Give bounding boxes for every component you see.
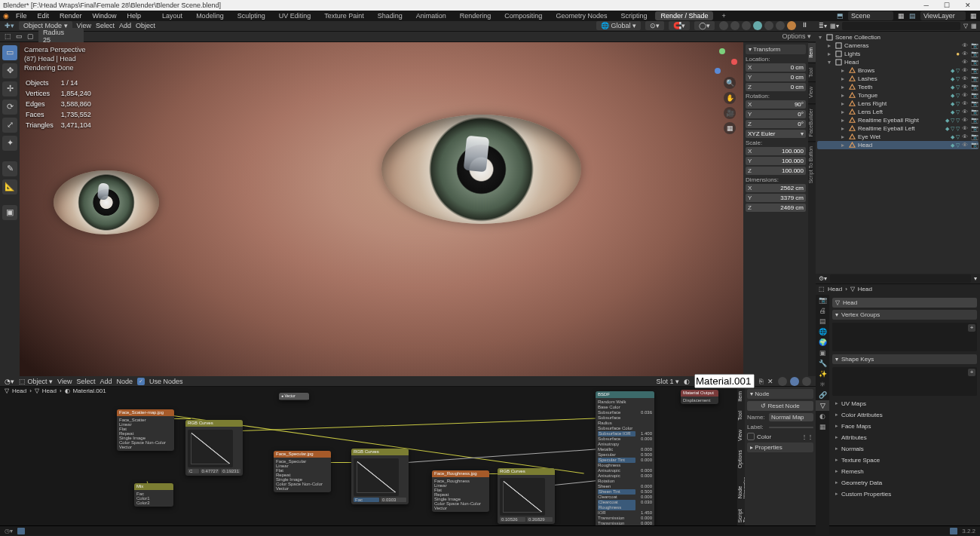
outliner-row[interactable]: ▸Tongue◆▽👁📷 [817,91,978,100]
move-tool[interactable]: ✢ [2,81,17,96]
axis-z-icon[interactable] [715,68,721,74]
uvmaps-panel[interactable]: UV Maps [832,399,977,409]
workspace-tab[interactable]: Sculpting [232,11,271,20]
node-label-field[interactable] [769,427,813,428]
node-name-field[interactable]: Normal Map [769,413,813,421]
node-tab-view[interactable]: View [737,425,745,446]
transform-header[interactable]: ▾ Transform [746,44,806,54]
npanel-tab-script[interactable]: Script To Button [808,141,816,188]
visibility-icon[interactable]: 👁 [962,75,968,82]
colorattrs-panel[interactable]: Color Attributes [832,410,977,420]
texspace-panel[interactable]: Texture Space [832,455,977,465]
props-tab-material[interactable]: ◐ [816,411,829,421]
pin-icon[interactable] [778,377,787,386]
render-icon[interactable]: 📷 [971,125,978,132]
node-tab-script[interactable]: Script To Button [737,503,745,527]
render-icon[interactable]: 📷 [971,133,978,140]
viewlayer-name-field[interactable] [920,11,966,20]
viewport-menu-object[interactable]: Object [136,22,155,29]
customprops-panel[interactable]: Custom Properties [832,489,977,499]
material-name-field[interactable] [694,374,755,388]
editor-type-icon[interactable]: ⚙▾ [819,275,827,282]
proportional-dropdown[interactable]: ◯▾ [694,21,715,30]
workspace-tab[interactable]: Texture Paint [319,11,369,20]
breadcrumb-item[interactable]: Head [858,286,872,293]
rotation-mode-dropdown[interactable]: XYZ Euler▾ [746,130,806,138]
pan-icon[interactable]: ✋ [724,92,736,104]
location-x-field[interactable]: X0 cm [746,63,806,72]
node-image-texture[interactable]: Face_Roughness.jpg Face_Roughness Linear… [432,470,489,512]
node-menu-select[interactable]: Select [76,378,95,385]
use-nodes-checkbox[interactable]: ✓ [137,378,145,385]
scene-name-field[interactable] [848,11,893,20]
curve-widget[interactable] [500,478,545,516]
shading-solid-icon[interactable] [764,21,773,30]
pivot-dropdown[interactable]: ⊙▾ [645,21,664,30]
object-name-field[interactable]: ▽ Head [832,298,977,308]
add-icon[interactable]: + [968,324,975,332]
reset-node-button[interactable]: ↺ Reset Node [747,401,813,411]
visibility-icon[interactable]: 👁 [962,133,968,140]
workspace-tab[interactable]: Shading [372,11,408,20]
location-z-field[interactable]: Z0 cm [746,83,806,91]
render-icon[interactable]: 📷 [971,75,978,82]
props-tab-world[interactable]: 🌍 [816,337,829,348]
rotate-tool[interactable]: ⟳ [2,100,17,115]
geodata-panel[interactable]: Geometry Data [832,478,977,488]
render-icon[interactable]: 📷 [971,59,978,66]
add-cube-tool[interactable]: ▣ [2,205,17,220]
node-menu-node[interactable]: Node [116,378,133,385]
new-collection-icon[interactable]: ▦ [971,23,977,29]
visibility-icon[interactable]: 👁 [962,142,968,149]
render-icon[interactable]: 📷 [971,142,978,149]
node-menu-view[interactable]: View [57,378,72,385]
render-icon[interactable]: 📷 [971,92,978,99]
outliner-row[interactable]: ▸Realtime Eyeball Right◆▽▽👁📷 [817,116,978,124]
scene-browse-icon[interactable]: ▦ [898,12,905,20]
shading-rendered-icon[interactable] [787,21,796,30]
rotation-x-field[interactable]: X90° [746,100,806,109]
viewport-menu-select[interactable]: Select [96,22,115,29]
visibility-icon[interactable]: 👁 [962,117,968,124]
outliner-row[interactable]: ▸Teeth◆▽👁📷 [817,83,978,91]
outliner-row[interactable]: ▸Lens Right◆▽👁📷 [817,100,978,108]
node-rgb-curves[interactable]: RGB Curves C0.477270.19231 [185,420,243,476]
node-tab-options[interactable]: Options [737,446,745,473]
outliner-row[interactable]: ▾Head👁📷 [817,58,978,66]
visibility-icon[interactable]: 👁 [962,84,968,90]
props-tab-constraints[interactable]: 🔗 [816,390,829,400]
nav-gizmo[interactable] [712,48,737,74]
node-image-texture[interactable]: Face_Specular.jpg Face_Specular Linear F… [274,451,331,492]
color-checkbox[interactable] [747,433,755,440]
visibility-icon[interactable]: 👁 [962,125,968,132]
properties-panel-header[interactable]: ▸ Properties [747,443,813,452]
attributes-panel[interactable]: Attributes [832,433,977,443]
node-menu-add[interactable]: Add [100,378,112,385]
workspace-tab[interactable]: Rendering [455,11,497,20]
shading-pause-icon[interactable]: ⏸ [798,21,811,30]
render-icon[interactable]: 📷 [971,117,978,124]
snap-dropdown[interactable]: 🧲▾ [669,21,690,30]
drag-tool-icon[interactable]: ⬚ [5,32,11,40]
visibility-icon[interactable]: 👁 [962,92,968,99]
scale-y-field[interactable]: Y100.000 [746,157,806,165]
facemaps-panel[interactable]: Face Maps [832,421,977,431]
props-tab-particles[interactable]: ✨ [816,369,829,379]
visibility-icon[interactable]: 👁 [962,67,968,74]
dim-x-field[interactable]: X2562 cm [746,184,806,192]
window-minimize-icon[interactable]: ─ [924,2,929,9]
render-icon[interactable]: 📷 [971,51,978,57]
node-canvas[interactable]: Face_Scatter-map.jpg Face_Scatter Linear… [0,387,737,525]
filter-icon[interactable]: ▽ [963,23,968,29]
camera-view-icon[interactable]: 🎥 [724,107,736,119]
workspace-tab[interactable]: Geometry Nodes [550,11,612,20]
outliner-search-input[interactable] [842,22,960,30]
editor-type-icon[interactable]: ≣▾ [819,23,827,29]
options-dropdown[interactable]: Options ▾ [782,32,811,40]
outliner-row[interactable]: ▸Lights●👁📷 [817,50,978,58]
visibility-icon[interactable]: 👁 [962,59,968,66]
outliner-scene-collection[interactable]: ▾Scene Collection [817,33,978,41]
perspective-icon[interactable]: ▦ [724,122,736,134]
window-close-icon[interactable]: ✕ [965,2,971,9]
axis-x-icon[interactable] [731,59,737,65]
